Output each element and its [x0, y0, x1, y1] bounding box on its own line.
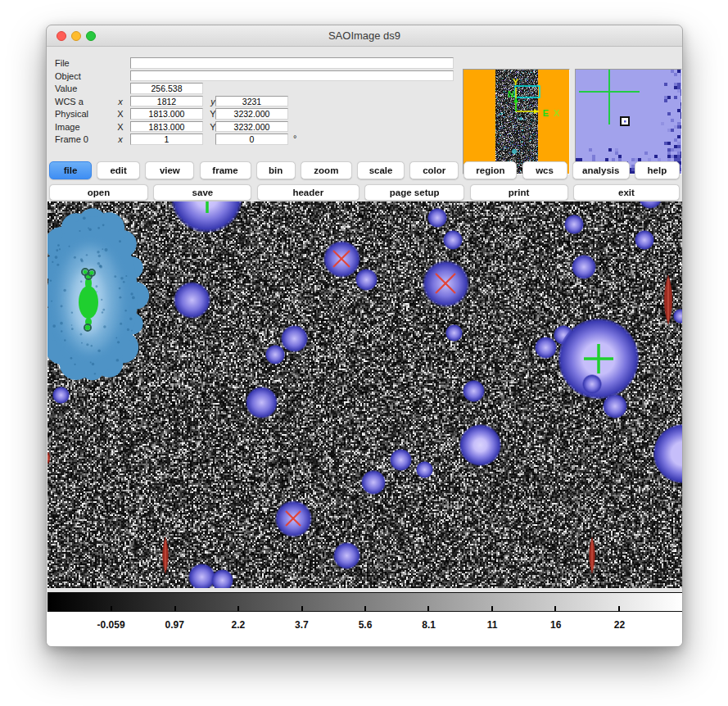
info-row-label: Value	[55, 84, 77, 93]
axis-label: x	[115, 97, 125, 106]
info-row: ImageX1813.000Y3232.000	[47, 121, 460, 134]
menu-button-color[interactable]: color	[409, 161, 459, 179]
magnifier[interactable]	[575, 69, 682, 174]
info-row-label: Object	[55, 71, 81, 81]
menu-button-zoom[interactable]: zoom	[301, 161, 352, 179]
info-field[interactable]: 1812	[130, 96, 203, 107]
menu-button-edit[interactable]: edit	[97, 161, 140, 179]
panner-e-label: E	[543, 108, 549, 118]
menu-button-wcs[interactable]: wcs	[522, 161, 567, 179]
info-row: WCS ax1812y3231	[47, 96, 460, 109]
info-row: Object	[47, 70, 460, 84]
screenshot-root: SAOImage ds9 FileObjectValue256.538WCS a…	[0, 0, 728, 706]
colorbar-tick	[237, 606, 239, 611]
panner-compass-icon: YNEX	[463, 70, 569, 174]
info-row-label: File	[55, 58, 70, 68]
window-title: SAOImage ds9	[47, 25, 682, 47]
info-rows: FileObjectValue256.538WCS ax1812y3231Phy…	[47, 57, 460, 147]
info-field[interactable]: 3232.000	[215, 121, 288, 133]
colorbar-tick-label: 22	[614, 619, 625, 631]
menu-button-file[interactable]: file	[49, 161, 92, 179]
menu-button-view[interactable]: view	[145, 161, 194, 179]
info-row: Frame 0x10°	[47, 134, 460, 147]
info-row: File	[47, 57, 460, 70]
colorbar-tick	[364, 606, 366, 611]
panner-y-label: Y	[513, 77, 519, 87]
colorbar-tick	[554, 606, 556, 611]
menu-button-exit[interactable]: exit	[573, 184, 680, 201]
file-menu-shortcuts: opensaveheaderpage setupprintexit	[49, 184, 680, 201]
magnifier-crosshair-icon	[576, 70, 681, 174]
panner-x-label: X	[554, 108, 560, 118]
colorbar-tick-label: 8.1	[422, 619, 436, 631]
colorbar-tick	[618, 606, 620, 611]
menu-button-page-setup[interactable]: page setup	[364, 184, 464, 201]
menu-button-frame[interactable]: frame	[200, 161, 251, 179]
info-row: PhysicalX1813.000Y3232.000	[47, 108, 460, 121]
menu-button-help[interactable]: help	[635, 161, 680, 179]
panner-n-label: N	[508, 89, 514, 99]
colorbar-tick	[111, 606, 112, 611]
colorbar-tick-label: 2.2	[231, 619, 245, 631]
menu-button-bin[interactable]: bin	[256, 161, 296, 179]
colorbar-tick-label: 3.7	[295, 619, 309, 631]
info-field[interactable]	[130, 57, 454, 69]
title-bar[interactable]: SAOImage ds9	[47, 25, 682, 47]
menu-button-region[interactable]: region	[463, 161, 517, 179]
degree-symbol: °	[293, 134, 296, 143]
colorbar-tick	[174, 606, 176, 611]
colorbar-scale: -0.0590.972.23.75.68.1111622	[47, 612, 683, 647]
colorbar-tick-label: 16	[550, 619, 561, 631]
info-row: Value256.538	[47, 83, 460, 96]
menu-button-save[interactable]: save	[153, 184, 251, 201]
menu-bar: fileeditviewframebinzoomscalecolorregion…	[49, 161, 680, 179]
info-field[interactable]: 3231	[215, 96, 288, 107]
info-field[interactable]	[130, 70, 454, 82]
colorbar-tick	[427, 606, 429, 611]
colorbar[interactable]	[47, 592, 683, 612]
info-field[interactable]: 256.538	[130, 83, 203, 94]
colorbar-tick	[301, 606, 303, 611]
menu-button-header[interactable]: header	[257, 184, 359, 201]
ds9-window: SAOImage ds9 FileObjectValue256.538WCS a…	[46, 25, 683, 647]
colorbar-tick-label: -0.059	[97, 619, 125, 631]
info-field[interactable]: 1813.000	[130, 121, 203, 133]
info-field[interactable]: 0	[215, 134, 288, 145]
colorbar-tick	[491, 606, 493, 611]
menu-button-print[interactable]: print	[470, 184, 568, 201]
info-row-label: WCS a	[55, 97, 84, 106]
info-row-label: Image	[55, 122, 80, 132]
info-row-label: Physical	[55, 109, 88, 119]
colorbar-tick-label: 0.97	[165, 619, 184, 631]
fits-noise-field	[47, 201, 683, 588]
axis-label: X	[115, 109, 125, 119]
image-canvas[interactable]	[47, 201, 683, 588]
menu-button-analysis[interactable]: analysis	[572, 161, 630, 179]
info-row-label: Frame 0	[55, 134, 88, 144]
info-field[interactable]: 3232.000	[215, 108, 288, 120]
colorbar-tick-label: 11	[487, 619, 498, 631]
axis-label: X	[115, 122, 125, 132]
axis-label: x	[115, 134, 125, 144]
panner[interactable]: YNEX	[463, 69, 570, 174]
colorbar-tick-label: 5.6	[359, 619, 373, 631]
info-panel: FileObjectValue256.538WCS ax1812y3231Phy…	[47, 47, 682, 156]
menu-button-scale[interactable]: scale	[357, 161, 405, 179]
menu-button-open[interactable]: open	[49, 184, 148, 201]
info-field[interactable]: 1	[130, 134, 203, 145]
info-field[interactable]: 1813.000	[130, 108, 203, 120]
